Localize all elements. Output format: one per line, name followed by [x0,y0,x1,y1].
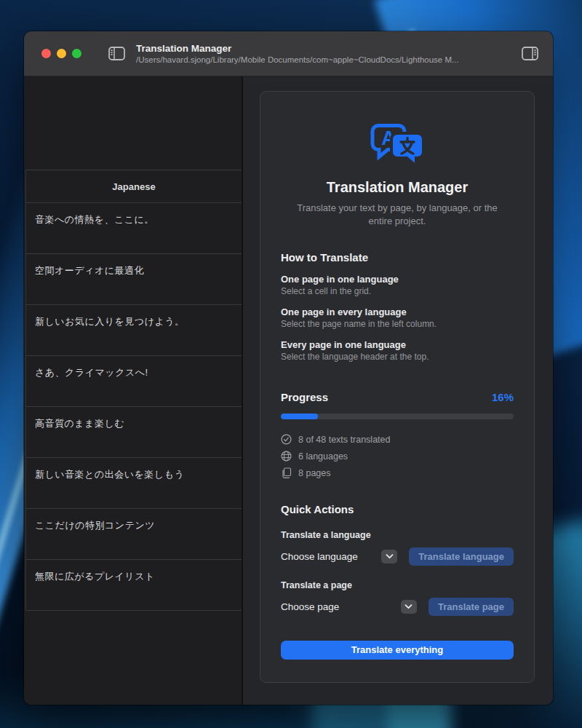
progress-percent: 16% [492,391,514,403]
language-column-header[interactable]: Japanese [26,170,242,202]
chevron-down-icon [404,604,412,609]
howto-item-description: Select the page name in the left column. [281,319,514,329]
grid-panel: Japanese 音楽への情熱を、ここに。 空間オーディオに最適化 新しいお気に… [24,76,242,705]
table-row[interactable]: ここだけの特別コンテンツ [26,508,242,559]
translate-language-row: Choose language Translate language [281,547,514,566]
language-picker-value: Choose language [281,551,358,562]
inspector-panel: A Translation Manager Translate your t [243,76,553,705]
panel-subtitle: Translate your text by page, by language… [281,202,514,228]
window-titles: Translation Manager /Users/havard.sjong/… [136,42,459,66]
sidebar-left-icon [108,47,125,60]
stat-texts-translated: 8 of 48 texts translated [281,434,514,445]
traffic-lights [41,49,81,58]
page-picker[interactable]: Choose page [281,600,428,614]
translate-page-row: Choose page Translate page [281,598,514,616]
howto-item-label: One page in every language [281,306,514,317]
language-picker-chevron[interactable] [381,550,397,563]
window-content: Japanese 音楽への情熱を、ここに。 空間オーディオに最適化 新しいお気に… [24,76,553,705]
stat-text: 8 pages [298,468,330,478]
zoom-button[interactable] [72,49,81,58]
table-row[interactable]: 新しいお気に入りを見つけよう。 [26,304,242,355]
translate-page-label: Translate a page [281,580,514,590]
window-title: Translation Manager [136,42,459,55]
stat-text: 8 of 48 texts translated [298,435,390,445]
panel-title: Translation Manager [281,179,514,196]
close-button[interactable] [41,49,51,58]
progress-stats: 8 of 48 texts translated 6 languages [281,434,514,478]
page-picker-chevron[interactable] [401,600,417,614]
check-circle-icon [281,434,292,445]
howto-item-description: Select a cell in the grid. [281,286,514,296]
table-row[interactable]: 音楽への情熱を、ここに。 [26,202,242,253]
progress-heading: Progress [281,391,328,403]
globe-icon [281,451,292,462]
minimize-button[interactable] [57,49,66,58]
quick-actions-heading: Quick Actions [281,503,514,515]
language-picker[interactable]: Choose language [281,550,409,563]
translation-manager-card: A Translation Manager Translate your t [260,91,535,683]
progress-bar-fill [281,414,318,419]
howto-item-description: Select the language header at the top. [281,352,514,362]
howto-item-label: One page in one language [281,274,514,285]
page-picker-value: Choose page [281,601,339,612]
toggle-right-sidebar-button[interactable] [521,47,538,61]
sidebar-right-icon [522,47,538,60]
window-document-path: /Users/havard.sjong/Library/Mobile Docum… [136,55,459,66]
translate-everything-button[interactable]: Translate everything [281,641,514,660]
howto-item-label: Every page in one language [281,339,514,350]
table-bottom-border [26,610,242,611]
titlebar[interactable]: Translation Manager /Users/havard.sjong/… [24,31,553,76]
translation-table: Japanese 音楽への情熱を、ここに。 空間オーディオに最適化 新しいお気に… [25,170,242,611]
progress-bar [281,414,514,419]
toggle-left-sidebar-button[interactable] [108,47,125,61]
translate-icon: A [281,122,514,169]
table-row[interactable]: 新しい音楽との出会いを楽しもう [26,457,242,508]
stat-pages: 8 pages [281,467,514,478]
table-row[interactable]: 高音質のまま楽しむ [26,406,242,457]
translate-language-label: Translate a language [281,530,514,540]
app-window: Translation Manager /Users/havard.sjong/… [24,31,553,705]
stat-languages: 6 languages [281,451,514,462]
stat-text: 6 languages [298,451,348,462]
howto-heading: How to Translate [281,251,514,264]
translate-page-button[interactable]: Translate page [428,598,514,616]
pages-icon [281,467,292,478]
progress-header: Progress 16% [281,391,514,403]
translate-language-button[interactable]: Translate language [409,547,514,566]
chevron-down-icon [386,554,394,559]
table-row[interactable]: 無限に広がるプレイリスト [26,559,242,610]
table-row[interactable]: さあ、クライマックスへ! [26,355,242,406]
table-row[interactable]: 空間オーディオに最適化 [26,253,242,304]
